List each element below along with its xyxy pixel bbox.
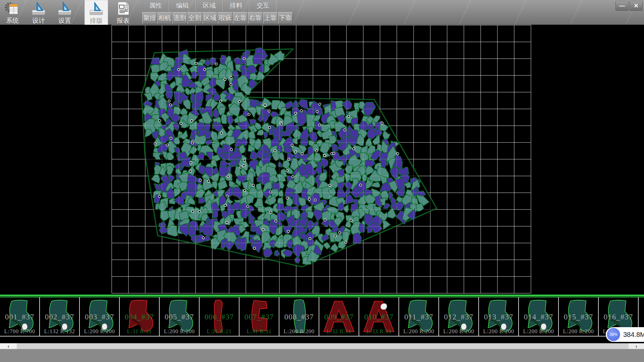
close-button[interactable]: ✕ xyxy=(630,1,643,11)
piece-id-label: 014_#37 xyxy=(519,313,558,321)
piece-thumbnail[interactable]: 004_#37L:31 R:31 xyxy=(120,297,160,336)
tool-button-4[interactable]: 区域 xyxy=(203,12,217,24)
piece-thumbnail[interactable]: 008_#37L:200 R:200 xyxy=(279,297,319,336)
app-button-settings[interactable]: 设置 xyxy=(53,0,76,25)
piece-id-label: 003_#37 xyxy=(80,313,119,321)
tool-button-7[interactable]: 右靠 xyxy=(248,12,263,24)
piece-thumbnail[interactable]: 013_#37L:200 R:200 xyxy=(479,297,519,336)
tool-button-1[interactable]: 相机 xyxy=(157,12,172,24)
app-button-layout[interactable]: 排版 xyxy=(85,0,108,25)
piece-id-label: 004_#37 xyxy=(120,313,159,321)
piece-lr-count-label: L:200 R:200 xyxy=(160,328,199,335)
piece-id-label: 013_#37 xyxy=(479,313,518,321)
piece-lr-count-label: L:200 R:200 xyxy=(559,328,598,335)
app-button-report[interactable]: 报表 xyxy=(111,0,135,25)
menu-tab-4[interactable]: 交互 xyxy=(250,0,276,11)
piece-lr-count-label: L:21 R:21 xyxy=(200,328,239,335)
scroll-right-button[interactable]: › xyxy=(629,343,644,349)
piece-id-label: 009_#37 xyxy=(319,313,359,321)
piece-lr-count-label: L:200 R:200 xyxy=(439,328,478,335)
piece-thumbnail[interactable]: 002_#37L:132 R:132 xyxy=(40,297,80,336)
piece-id-label: 001_#37 xyxy=(0,313,39,321)
piece-thumbnail[interactable]: 001_#37L:700 R:700 xyxy=(0,297,40,336)
piece-lr-count-label: L:200 R:200 xyxy=(479,328,518,335)
tool-button-6[interactable]: 左靠 xyxy=(233,12,248,24)
memory-usage: 384.8M xyxy=(623,331,644,339)
piece-id-label: 005_#37 xyxy=(160,313,199,321)
menu-tabs: 属性编辑区域排料交互 xyxy=(142,0,276,11)
piece-thumbnail-list: 001_#37L:700 R:700002_#37L:132 R:132003_… xyxy=(0,297,644,337)
piece-thumbnail[interactable]: 007_#37L:31 R:31 xyxy=(239,297,279,336)
progress-percent: 38% xyxy=(609,332,618,337)
app-button-system[interactable]: 系统 xyxy=(1,0,24,25)
tool-button-5[interactable]: 瑕疵 xyxy=(218,12,232,24)
ruler-icon xyxy=(31,1,46,16)
horizontal-scrollbar[interactable]: ‹ › xyxy=(0,343,644,349)
menu-tab-2[interactable]: 区域 xyxy=(196,0,223,11)
scroll-left-button[interactable]: ‹ xyxy=(0,343,17,349)
tool-button-2[interactable]: 选割 xyxy=(172,12,187,24)
piece-lr-count-label: L:200 R:200 xyxy=(519,328,558,335)
piece-thumbnail[interactable]: 009_#37L:32 R:31 xyxy=(319,297,359,336)
app-toolbar: 系统设计设置排版报表 xyxy=(0,0,135,25)
menu-tab-1[interactable]: 编辑 xyxy=(169,0,196,11)
piece-id-label: 008_#37 xyxy=(279,313,319,321)
piece-id-label: 015_#37 xyxy=(559,313,598,321)
piece-thumbnail[interactable]: 012_#37L:200 R:200 xyxy=(439,297,479,336)
piece-thumbnail[interactable]: 014_#37L:200 R:200 xyxy=(519,297,559,336)
app-button-label: 设置 xyxy=(58,16,71,25)
piece-lr-count-label: L:200 R:200 xyxy=(399,328,438,335)
report-icon xyxy=(115,1,131,16)
window-controls: — ✕ xyxy=(615,1,643,11)
piece-lr-count-label: L:200 R:200 xyxy=(80,328,119,335)
piece-lr-count-label: L:33 R:33 xyxy=(359,328,398,335)
piece-lr-count-label: L:132 R:132 xyxy=(40,328,79,335)
piece-lr-count-label: L:200 R:200 xyxy=(279,328,319,335)
tool-button-8[interactable]: 上靠 xyxy=(263,12,278,24)
piece-thumbnail[interactable]: 015_#37L:200 R:200 xyxy=(559,297,599,336)
piece-id-label: 002_#37 xyxy=(40,313,79,321)
ruler-icon xyxy=(57,1,72,16)
ruler-icon xyxy=(89,1,104,16)
titlebar: 系统设计设置排版报表 属性编辑区域排料交互 聚排相机选割全割区域瑕疵左靠右靠上靠… xyxy=(0,0,644,25)
minimize-button[interactable]: — xyxy=(615,1,629,11)
piece-id-label: 0 xyxy=(639,313,644,321)
app-button-label: 报表 xyxy=(117,16,129,25)
piece-id-label: 016_#37 xyxy=(599,313,638,321)
menu-tab-0[interactable]: 属性 xyxy=(142,0,169,11)
piece-thumbnail[interactable]: 005_#37L:200 R:200 xyxy=(160,297,200,336)
piece-thumbnail[interactable]: 010_#37L:33 R:33 xyxy=(359,297,399,336)
piece-lr-count-label: L:32 R:31 xyxy=(319,328,359,335)
piece-id-label: 012_#37 xyxy=(439,313,478,321)
piece-thumbnail[interactable]: 011_#37L:200 R:200 xyxy=(399,297,439,336)
tool-button-9[interactable]: 下靠 xyxy=(278,12,293,24)
tool-button-0[interactable]: 聚排 xyxy=(142,12,157,24)
status-badge[interactable]: 38% 384.8M xyxy=(606,327,644,342)
gear-table-icon xyxy=(5,1,20,16)
tool-buttons: 聚排相机选割全割区域瑕疵左靠右靠上靠下靠 xyxy=(142,12,293,24)
piece-id-label: 007_#37 xyxy=(239,313,279,321)
piece-id-label: 011_#37 xyxy=(399,313,438,321)
app-button-design[interactable]: 设计 xyxy=(27,0,50,25)
tool-button-3[interactable]: 全割 xyxy=(187,12,202,24)
progress-circle: 38% xyxy=(607,328,620,341)
pieces-strip: 001_#37L:700 R:700002_#37L:132 R:132003_… xyxy=(0,295,644,337)
piece-thumbnail[interactable]: 006_#37L:21 R:21 xyxy=(200,297,239,336)
status-bar xyxy=(0,349,644,362)
piece-lr-count-label: L:31 R:31 xyxy=(120,328,159,335)
app-button-label: 设计 xyxy=(32,16,45,25)
piece-lr-count-label: L:31 R:31 xyxy=(239,328,279,335)
piece-id-label: 010_#37 xyxy=(359,313,398,321)
menu-tab-3[interactable]: 排料 xyxy=(223,0,250,11)
piece-id-label: 006_#37 xyxy=(200,313,239,321)
piece-thumbnail[interactable]: 003_#37L:200 R:200 xyxy=(80,297,120,336)
app-button-label: 系统 xyxy=(6,16,19,25)
app-button-label: 排版 xyxy=(90,16,103,25)
piece-lr-count-label: L:700 R:700 xyxy=(0,328,39,335)
